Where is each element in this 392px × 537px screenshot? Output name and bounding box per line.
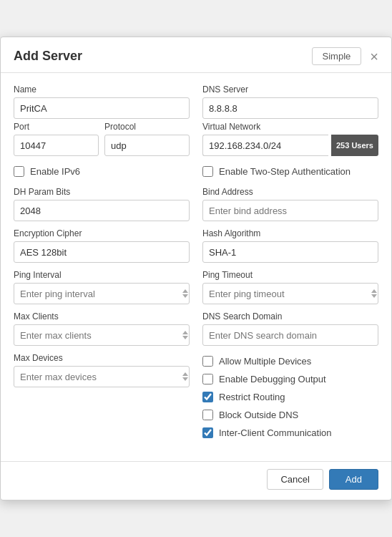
protocol-col: Protocol [104, 122, 190, 156]
max-clients-wrap [14, 324, 190, 346]
block-outside-dns-row: Block Outside DNS [202, 407, 378, 423]
max-devices-label: Max Devices [14, 353, 190, 363]
hash-algorithm-label: Hash Algorithm [202, 228, 378, 238]
allow-multiple-devices-row: Allow Multiple Devices [202, 353, 378, 369]
ping-row: Ping Interval Ping Timeout [14, 270, 378, 304]
encryption-cipher-input[interactable] [14, 241, 190, 263]
dh-bind-row: DH Param Bits Bind Address [14, 187, 378, 221]
hash-algorithm-input[interactable] [202, 241, 378, 263]
virtual-network-label: Virtual Network [202, 122, 378, 132]
ping-interval-wrap [14, 283, 190, 304]
max-clients-label: Max Clients [14, 311, 190, 321]
encryption-cipher-col: Encryption Cipher [14, 228, 190, 263]
enable-ipv6-row: Enable IPv6 [14, 163, 190, 180]
name-label: Name [14, 84, 190, 95]
restrict-routing-row: Restrict Routing [202, 389, 378, 405]
max-devices-input[interactable] [14, 366, 190, 387]
enable-ipv6-checkbox[interactable] [14, 166, 24, 177]
port-virtual-row: Port Protocol Virtual Network 253 Users [14, 122, 378, 156]
dns-server-col: DNS Server [202, 84, 378, 119]
block-outside-dns-label: Block Outside DNS [219, 410, 298, 420]
dns-search-domain-input[interactable] [202, 324, 378, 346]
enable-debugging-checkbox[interactable] [202, 374, 213, 384]
name-input[interactable] [14, 97, 190, 119]
port-protocol-col: Port Protocol [14, 122, 190, 156]
restrict-routing-checkbox[interactable] [202, 392, 213, 402]
protocol-input[interactable] [104, 135, 190, 156]
encryption-cipher-label: Encryption Cipher [14, 228, 190, 238]
enable-debugging-row: Enable Debugging Output [202, 371, 378, 387]
dh-param-label: DH Param Bits [14, 187, 190, 197]
ping-interval-label: Ping Interval [14, 270, 190, 280]
protocol-label: Protocol [104, 122, 190, 132]
ping-timeout-wrap [202, 283, 378, 304]
add-server-modal: Add Server Simple × Name DNS Server Port [0, 37, 392, 500]
ping-interval-input[interactable] [14, 283, 190, 304]
enable-debugging-label: Enable Debugging Output [219, 374, 326, 384]
ipv6-col: Enable IPv6 [14, 163, 190, 180]
bind-address-col: Bind Address [202, 187, 378, 221]
modal-footer: Cancel Add [1, 461, 391, 500]
modal-title: Add Server [14, 49, 82, 64]
inter-client-row: Inter-Client Communication [202, 425, 378, 441]
bind-address-input[interactable] [202, 200, 378, 221]
max-devices-checkboxes-row: Max Devices Allow Multiple Devices Enabl [14, 353, 378, 441]
cipher-hash-row: Encryption Cipher Hash Algorithm [14, 228, 378, 263]
hash-algorithm-col: Hash Algorithm [202, 228, 378, 263]
restrict-routing-label: Restrict Routing [219, 392, 285, 402]
enable-ipv6-label: Enable IPv6 [30, 166, 80, 177]
inter-client-checkbox[interactable] [202, 427, 213, 438]
ping-timeout-label: Ping Timeout [202, 270, 378, 280]
max-devices-wrap [14, 366, 190, 387]
port-col: Port [14, 122, 99, 156]
port-label: Port [14, 122, 99, 132]
max-clients-dns-search-row: Max Clients DNS Search Domain [14, 311, 378, 346]
max-clients-col: Max Clients [14, 311, 190, 346]
add-button[interactable]: Add [329, 469, 378, 490]
ipv6-twostep-row: Enable IPv6 Enable Two-Step Authenticati… [14, 163, 378, 180]
block-outside-dns-checkbox[interactable] [202, 410, 213, 420]
allow-multiple-devices-label: Allow Multiple Devices [219, 356, 311, 367]
max-devices-col: Max Devices [14, 353, 190, 387]
dns-search-domain-col: DNS Search Domain [202, 311, 378, 346]
simple-button[interactable]: Simple [312, 47, 362, 65]
users-badge: 253 Users [331, 135, 378, 156]
ping-timeout-input[interactable] [202, 283, 378, 304]
max-clients-input[interactable] [14, 324, 190, 346]
allow-multiple-devices-checkbox[interactable] [202, 356, 213, 367]
port-input[interactable] [14, 135, 99, 156]
inter-client-label: Inter-Client Communication [219, 427, 332, 438]
enable-two-step-label: Enable Two-Step Authentication [219, 166, 351, 177]
bind-address-label: Bind Address [202, 187, 378, 197]
enable-two-step-checkbox[interactable] [202, 166, 213, 177]
dns-server-label: DNS Server [202, 84, 378, 95]
modal-header: Add Server Simple × [1, 37, 391, 73]
two-step-col: Enable Two-Step Authentication [202, 163, 378, 180]
dns-search-domain-label: DNS Search Domain [202, 311, 378, 321]
checkboxes-col: Allow Multiple Devices Enable Debugging … [202, 353, 378, 441]
ping-timeout-col: Ping Timeout [202, 270, 378, 304]
enable-two-step-row: Enable Two-Step Authentication [202, 163, 378, 180]
virtual-network-wrap: 253 Users [202, 135, 378, 156]
name-dns-row: Name DNS Server [14, 84, 378, 119]
modal-header-right: Simple × [312, 47, 378, 65]
dh-param-input[interactable] [14, 200, 190, 221]
virtual-network-col: Virtual Network 253 Users [202, 122, 378, 156]
name-col: Name [14, 84, 190, 119]
dns-server-input[interactable] [202, 97, 378, 119]
virtual-network-input[interactable] [202, 135, 328, 156]
modal-body: Name DNS Server Port Protocol [1, 73, 391, 455]
dh-param-col: DH Param Bits [14, 187, 190, 221]
close-button[interactable]: × [370, 49, 378, 64]
cancel-button[interactable]: Cancel [267, 469, 323, 490]
ping-interval-col: Ping Interval [14, 270, 190, 304]
